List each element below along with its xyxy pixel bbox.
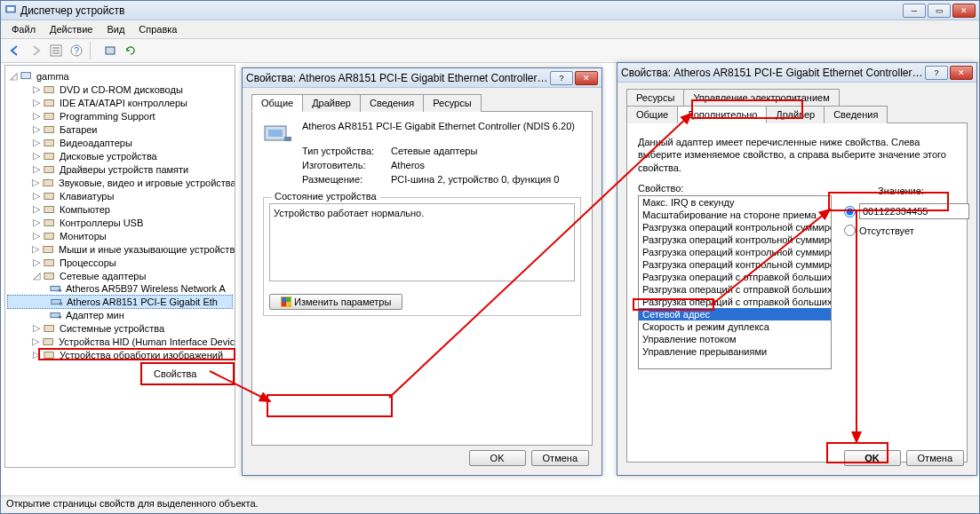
tree-group[interactable]: ▷Устройства обработки изображений xyxy=(7,348,233,361)
dialog2-titlebar[interactable]: Свойства: Atheros AR8151 PCI-E Gigabit E… xyxy=(617,63,976,83)
maximize-button[interactable]: ▭ xyxy=(928,4,951,18)
back-icon[interactable] xyxy=(6,42,24,59)
tree-group[interactable]: ▷Programming Support xyxy=(7,109,233,123)
properties-dialog-advanced: Свойства: Atheros AR8151 PCI-E Gigabit E… xyxy=(617,62,977,476)
property-item[interactable]: Скорость и режим дуплекса xyxy=(639,320,831,333)
tree-device[interactable]: Адаптер мин xyxy=(7,309,233,321)
dialog2-tabs-top: Ресурсы Управление электропитанием xyxy=(626,88,968,105)
tab-general[interactable]: Общие xyxy=(251,94,303,112)
tree-device[interactable]: Atheros AR5B97 Wireless Network A xyxy=(7,282,233,295)
property-item[interactable]: Управление прерываниями xyxy=(639,345,831,358)
tree-group[interactable]: ▷Драйверы устройств памяти xyxy=(7,162,233,176)
svg-rect-28 xyxy=(60,303,63,305)
tree-group[interactable]: ▷Системные устройства xyxy=(7,321,233,335)
help-icon[interactable]: ? xyxy=(68,42,85,59)
advanced-description: Данный адаптер имеет перечисленные ниже … xyxy=(638,136,956,174)
type-value: Сетевые адаптеры xyxy=(391,146,477,156)
tree-group[interactable]: ▷Клавиатуры xyxy=(7,189,233,202)
property-item[interactable]: Разгрузка операций контрольной суммирова… xyxy=(639,246,831,258)
tab-advanced[interactable]: Дополнительно xyxy=(677,106,767,123)
scan-icon[interactable] xyxy=(101,42,119,59)
menu-view[interactable]: Вид xyxy=(101,22,130,36)
tab-details[interactable]: Сведения xyxy=(360,94,424,112)
value-radio-present[interactable] xyxy=(844,203,958,219)
value-label: Значение: xyxy=(844,186,958,196)
property-item[interactable]: Макс. IRQ в секунду xyxy=(639,196,831,209)
menu-help[interactable]: Справка xyxy=(133,22,182,36)
svg-rect-19 xyxy=(44,206,54,212)
radio-value-present[interactable] xyxy=(844,206,856,217)
vendor-label: Изготовитель: xyxy=(302,160,391,170)
svg-rect-33 xyxy=(44,352,54,358)
property-item[interactable]: Разгрузка операций с отправкой больших п… xyxy=(639,271,831,283)
window-title: Диспетчер устройств xyxy=(20,4,903,17)
tab-driver[interactable]: Драйвер xyxy=(302,94,361,112)
tab-driver2[interactable]: Драйвер xyxy=(766,106,825,123)
dialog1-help-button[interactable]: ? xyxy=(550,71,573,85)
property-listbox[interactable]: Макс. IRQ в секундуМасштабирование на ст… xyxy=(638,195,832,369)
property-item[interactable]: Масштабирование на стороне приема xyxy=(639,209,831,221)
menu-file[interactable]: Файл xyxy=(6,22,41,36)
tab-resources[interactable]: Ресурсы xyxy=(423,94,481,112)
dialog1-close-button[interactable]: ✕ xyxy=(575,71,598,85)
dialog1-cancel-button[interactable]: Отмена xyxy=(531,450,589,466)
context-properties[interactable]: Свойства xyxy=(145,367,230,381)
tab-power[interactable]: Управление электропитанием xyxy=(683,89,839,106)
menu-action[interactable]: Действие xyxy=(44,22,98,36)
property-item[interactable]: Разгрузка операций контрольной суммирова… xyxy=(639,258,831,271)
radio-value-absent[interactable] xyxy=(844,225,856,236)
tree-group[interactable]: ◿Сетевые адаптеры xyxy=(7,269,233,282)
tree-group[interactable]: ▷Контроллеры USB xyxy=(7,216,233,229)
svg-rect-23 xyxy=(44,259,54,265)
refresh-icon[interactable] xyxy=(122,42,139,59)
property-item[interactable]: Управление потоком xyxy=(639,333,831,345)
network-adapter-icon xyxy=(263,121,293,147)
tree-group[interactable]: ▷Батареи xyxy=(7,123,233,136)
dialog2-close-button[interactable]: ✕ xyxy=(950,66,973,80)
tree-group[interactable]: ▷Мониторы xyxy=(7,229,233,242)
tree-group[interactable]: ▷Мыши и иные указывающие устройства xyxy=(7,242,233,256)
svg-rect-8 xyxy=(106,47,115,54)
value-radio-absent[interactable]: Отсутствует xyxy=(844,225,958,236)
properties-icon[interactable] xyxy=(47,42,65,59)
dialog1-ok-button[interactable]: OK xyxy=(469,450,526,466)
svg-rect-16 xyxy=(44,166,54,172)
menubar: Файл Действие Вид Справка xyxy=(1,20,979,39)
titlebar[interactable]: Диспетчер устройств ─ ▭ ✕ xyxy=(1,1,979,20)
tree-group[interactable]: ▷Видеоадаптеры xyxy=(7,136,233,149)
tree-group[interactable]: ▷Устройства HID (Human Interface Devices… xyxy=(7,335,233,348)
forward-icon[interactable] xyxy=(27,42,44,59)
tab-resources2[interactable]: Ресурсы xyxy=(626,89,684,106)
dialog2-cancel-button[interactable]: Отмена xyxy=(906,450,964,466)
tree-group[interactable]: ▷DVD и CD-ROM дисководы xyxy=(7,83,233,96)
tree-group[interactable]: ▷Компьютер xyxy=(7,202,233,216)
minimize-button[interactable]: ─ xyxy=(903,4,926,18)
property-item[interactable]: Разгрузка операций с отправкой больших п… xyxy=(639,283,831,296)
property-item[interactable]: Разгрузка операций контрольной суммирова… xyxy=(639,221,831,233)
network-address-input[interactable] xyxy=(859,203,969,219)
property-item[interactable]: Разгрузка операций с отправкой больших п… xyxy=(639,296,831,308)
location-label: Размещение: xyxy=(302,174,391,185)
vendor-value: Atheros xyxy=(391,160,425,170)
property-item[interactable]: Разгрузка операций контрольной суммирова… xyxy=(639,233,831,246)
dialog1-titlebar[interactable]: Свойства: Atheros AR8151 PCI-E Gigabit E… xyxy=(243,68,602,88)
change-settings-button[interactable]: Изменить параметры xyxy=(269,294,402,310)
dialog2-help-button[interactable]: ? xyxy=(925,66,948,80)
dialog2-ok-button[interactable]: OK xyxy=(844,450,901,466)
svg-rect-10 xyxy=(44,86,54,92)
type-label: Тип устройства: xyxy=(302,146,391,156)
tab-general2[interactable]: Общие xyxy=(626,106,678,123)
property-item[interactable]: Сетевой адрес xyxy=(639,308,831,320)
tree-group[interactable]: ▷Дисковые устройства xyxy=(7,149,233,162)
svg-rect-12 xyxy=(44,113,54,119)
svg-rect-22 xyxy=(44,246,53,252)
close-button[interactable]: ✕ xyxy=(952,4,976,18)
tab-details2[interactable]: Сведения xyxy=(824,106,888,123)
tree-group[interactable]: ▷Звуковые, видео и игровые устройства xyxy=(7,176,233,189)
device-tree[interactable]: ◿gamma ▷DVD и CD-ROM дисководы▷IDE ATA/A… xyxy=(4,65,235,468)
tree-group[interactable]: ▷Процессоры xyxy=(7,256,233,269)
tree-root[interactable]: ◿gamma xyxy=(7,69,233,83)
svg-rect-9 xyxy=(21,72,31,78)
tree-device[interactable]: Atheros AR8151 PCI-E Gigabit Eth xyxy=(7,295,233,309)
tree-group[interactable]: ▷IDE ATA/ATAPI контроллеры xyxy=(7,96,233,109)
